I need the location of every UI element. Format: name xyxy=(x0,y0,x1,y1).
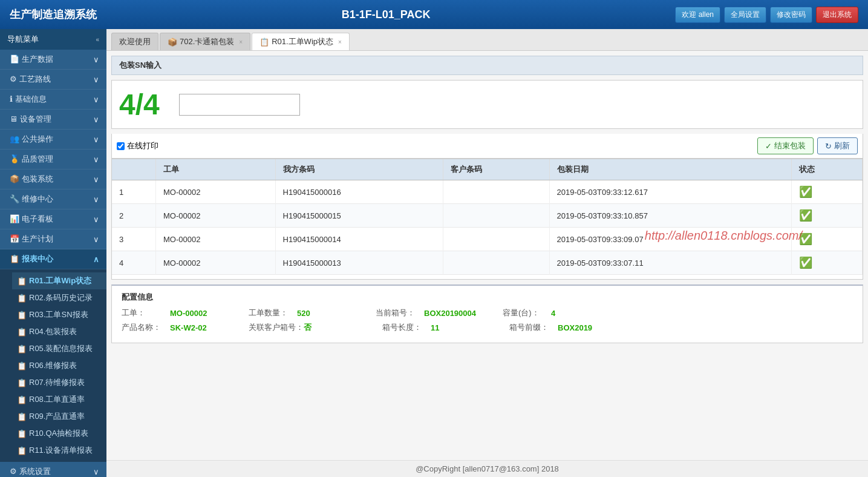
sidebar-item-report-center[interactable]: 📋 报表中心 ∧ xyxy=(0,249,106,269)
sidebar-sub-r09[interactable]: 📋 R09.产品直通率 xyxy=(12,408,106,425)
sidebar-sub-r03[interactable]: 📋 R03.工单SN报表 xyxy=(12,306,106,323)
sidebar-item-sys-settings[interactable]: ⚙ 系统设置 ∨ xyxy=(0,462,106,477)
report-icon: 📋 xyxy=(17,412,27,421)
data-table-wrap: 工单 我方条码 客户条码 包装日期 状态 1 MO-00002 H1904150… xyxy=(111,159,863,280)
cell-customer-code xyxy=(443,204,549,228)
sidebar-item-production-data[interactable]: 📄 生产数据 ∨ xyxy=(0,50,106,70)
sidebar-item-public-ops[interactable]: 👥 公共操作 ∨ xyxy=(0,130,106,150)
tab-702-pack[interactable]: 📦 702.卡通箱包装 × xyxy=(160,33,250,50)
chevron-down-icon: ∨ xyxy=(93,155,99,164)
work-order-label: 工单： xyxy=(122,308,170,318)
sn-input[interactable] xyxy=(179,94,300,116)
sidebar-sub-r06[interactable]: 📋 R06.维修报表 xyxy=(12,357,106,374)
online-print-checkbox[interactable] xyxy=(117,142,125,150)
cell-my-code: H190415000013 xyxy=(275,251,443,275)
chevron-down-icon: ∨ xyxy=(93,235,99,244)
pack-table: 工单 我方条码 客户条码 包装日期 状态 1 MO-00002 H1904150… xyxy=(112,159,863,275)
cell-no: 2 xyxy=(112,204,156,228)
sidebar-item-kanban[interactable]: 📊 电子看板 ∨ xyxy=(0,209,106,229)
online-print-label: 在线打印 xyxy=(127,140,158,151)
linked-box-value: 否 xyxy=(304,322,364,333)
report-icon: 📋 xyxy=(17,446,27,455)
sidebar-item-basic-info[interactable]: ℹ 基础信息 ∨ xyxy=(0,90,106,110)
sidebar-item-quality[interactable]: 🏅 品质管理 ∨ xyxy=(0,150,106,169)
nav-title: 导航菜单 xyxy=(7,34,39,45)
col-status: 状态 xyxy=(792,159,863,180)
product-label: 产品名称： xyxy=(122,322,170,333)
tab-702-close[interactable]: × xyxy=(239,39,243,45)
global-settings-btn[interactable]: 全局设置 xyxy=(724,7,766,23)
sidebar-item-production-plan[interactable]: 📅 生产计划 ∨ xyxy=(0,229,106,249)
chevron-down-icon: ∨ xyxy=(93,195,99,204)
toolbar-right: ✓ 结束包装 ↻ 刷新 xyxy=(757,137,858,154)
table-header-row: 工单 我方条码 客户条码 包装日期 状态 xyxy=(112,159,863,180)
report-icon: 📋 xyxy=(17,311,27,320)
cell-customer-code xyxy=(443,180,549,204)
box-prefix-label: 箱号前缀： xyxy=(509,322,558,333)
sidebar-sub-menu: 📋 R01.工单Wip状态 📋 R02.条码历史记录 📋 R03.工单SN报表 … xyxy=(0,269,106,462)
logout-btn[interactable]: 退出系统 xyxy=(816,7,858,23)
sidebar-sub-r08[interactable]: 📋 R08.工单直通率 xyxy=(12,391,106,408)
sidebar-sub-r07[interactable]: 📋 R07.待维修报表 xyxy=(12,374,106,391)
refresh-icon: ↻ xyxy=(825,142,832,151)
progress-display: 4/4 xyxy=(119,88,160,121)
sidebar-sub-r01[interactable]: 📋 R01.工单Wip状态 xyxy=(12,272,106,289)
sidebar-item-equipment[interactable]: 🖥 设备管理 ∨ xyxy=(0,110,106,130)
sidebar-item-pack[interactable]: 📦 包装系统 ∨ xyxy=(0,169,106,189)
sidebar-sub-r02[interactable]: 📋 R02.条码历史记录 xyxy=(12,289,106,306)
table-row: 1 MO-00002 H190415000016 2019-05-03T09:3… xyxy=(112,180,863,204)
report-icon: 📋 xyxy=(17,327,27,337)
sidebar-sub-r04[interactable]: 📋 R04.包装报表 xyxy=(12,323,106,340)
sidebar-item-process-route[interactable]: ⚙ 工艺路线 ∨ xyxy=(0,70,106,90)
toolbar-left: 在线打印 xyxy=(117,140,158,151)
page-title: B1-1F-L01_PACK xyxy=(97,8,675,21)
cell-my-code: H190415000016 xyxy=(275,180,443,204)
col-order: 工单 xyxy=(156,159,276,180)
cell-order: MO-00002 xyxy=(156,228,276,251)
box-length-label: 箱号长度： xyxy=(382,322,431,333)
col-my-code: 我方条码 xyxy=(275,159,443,180)
header: 生产制造追溯系统 B1-1F-L01_PACK 欢迎 allen 全局设置 修改… xyxy=(0,0,868,29)
table-row: 3 MO-00002 H190415000014 2019-05-03T09:3… xyxy=(112,228,863,251)
sidebar-item-maintenance[interactable]: 🔧 维修中心 ∨ xyxy=(0,189,106,209)
cell-pack-date: 2019-05-03T09:33:10.857 xyxy=(549,204,792,228)
chevron-down-icon: ∨ xyxy=(93,95,99,104)
tab-bar: 欢迎使用 📦 702.卡通箱包装 × 📋 R01.工单Wip状态 × xyxy=(106,29,868,51)
cell-status: ✅ xyxy=(792,204,863,228)
online-print-checkbox-label[interactable]: 在线打印 xyxy=(117,140,158,151)
cell-order: MO-00002 xyxy=(156,204,276,228)
tab-r01-close[interactable]: × xyxy=(338,39,342,45)
col-no xyxy=(112,159,156,180)
app-title: 生产制造追溯系统 xyxy=(10,7,97,22)
sidebar-sub-r11[interactable]: 📋 R11.设备清单报表 xyxy=(12,442,106,459)
chevron-down-icon: ∨ xyxy=(93,135,99,144)
qty-label: 工单数量： xyxy=(249,308,297,318)
pack-tab-icon: 📦 xyxy=(168,38,177,47)
sidebar-sub-r05[interactable]: 📋 R05.装配信息报表 xyxy=(12,340,106,357)
refresh-btn[interactable]: ↻ 刷新 xyxy=(817,137,858,154)
chevron-up-icon: ∧ xyxy=(93,255,99,264)
tab-r01-wip[interactable]: 📋 R01.工单Wip状态 × xyxy=(252,33,350,50)
report-icon: 📋 xyxy=(17,395,27,404)
report-icon: 📋 xyxy=(17,429,27,438)
col-customer-code: 客户条码 xyxy=(443,159,549,180)
chevron-down-icon: ∨ xyxy=(93,175,99,184)
finish-pack-btn[interactable]: ✓ 结束包装 xyxy=(757,137,814,154)
cell-status: ✅ xyxy=(792,180,863,204)
change-pwd-btn[interactable]: 修改密码 xyxy=(770,7,812,23)
cell-order: MO-00002 xyxy=(156,251,276,275)
wip-tab-icon: 📋 xyxy=(259,38,269,47)
config-row-1: 工单： MO-00002 工单数量： 520 当前箱号： BOX20190004… xyxy=(122,308,853,318)
report-icon: 📋 xyxy=(17,344,27,354)
sidebar-sub-r10[interactable]: 📋 R10.QA抽检报表 xyxy=(12,425,106,442)
top-buttons: 欢迎 allen 全局设置 修改密码 退出系统 xyxy=(675,7,858,23)
box-prefix-value: BOX2019 xyxy=(558,323,618,332)
footer: @CopyRight [allen0717@163.com] 2018 xyxy=(106,460,868,477)
cell-status: ✅ xyxy=(792,228,863,251)
chevron-down-icon: ∨ xyxy=(93,115,99,124)
cell-customer-code xyxy=(443,228,549,251)
welcome-btn[interactable]: 欢迎 allen xyxy=(675,7,720,23)
tab-welcome[interactable]: 欢迎使用 xyxy=(111,33,158,50)
linked-box-label: 关联客户箱号： xyxy=(249,322,304,333)
cell-no: 3 xyxy=(112,228,156,251)
